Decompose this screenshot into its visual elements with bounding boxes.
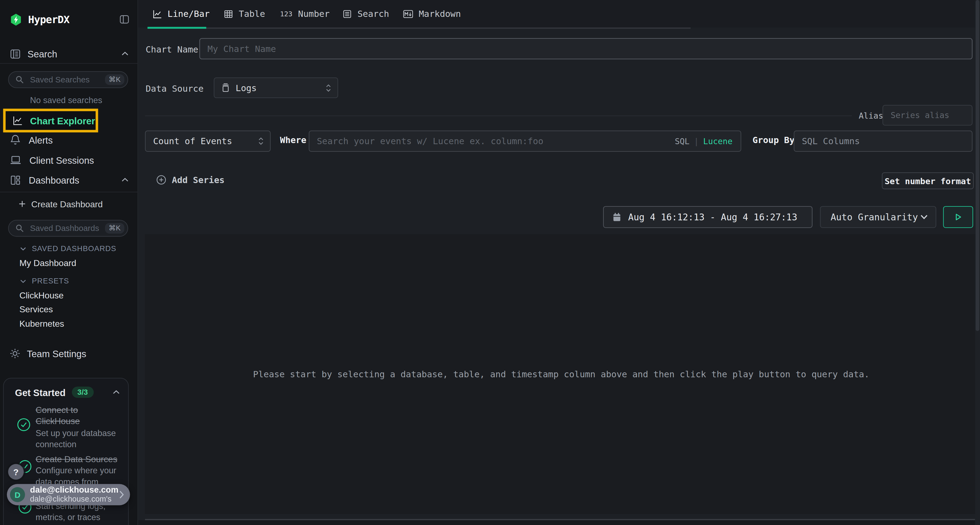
sidebar-collapse-icon[interactable] bbox=[119, 14, 130, 24]
tab-label: Line/Bar bbox=[167, 9, 210, 19]
sidebar-item-label: Chart Explorer bbox=[30, 115, 95, 126]
tab-table[interactable]: Table bbox=[224, 0, 265, 27]
data-source-value: Logs bbox=[236, 83, 257, 93]
hyperdx-logo-icon bbox=[10, 13, 22, 26]
check-circle-icon bbox=[17, 418, 31, 432]
aggregation-select[interactable]: Count of Events bbox=[145, 130, 270, 152]
add-series-label: Add Series bbox=[172, 175, 224, 185]
sidebar-item-kubernetes[interactable]: Kubernetes bbox=[19, 319, 64, 328]
chevron-down-icon bbox=[920, 214, 928, 220]
scrollbar-thumb[interactable] bbox=[976, 0, 980, 331]
group-by-input[interactable] bbox=[794, 136, 972, 146]
get-started-item-title: Create Data Sources bbox=[36, 454, 123, 465]
where-label: Where bbox=[280, 135, 307, 145]
create-dashboard-button[interactable]: Create Dashboard bbox=[19, 198, 103, 209]
data-source-select[interactable]: Logs bbox=[214, 78, 338, 98]
sidebar-item-label: Alerts bbox=[29, 135, 53, 145]
saved-searches-search[interactable]: ⌘K bbox=[8, 71, 128, 88]
chart-panel: Please start by selecting a database, ta… bbox=[145, 234, 978, 514]
saved-dashboards-input[interactable] bbox=[29, 223, 105, 234]
dashboard-layout-icon bbox=[10, 174, 21, 185]
chevron-up-icon[interactable] bbox=[121, 51, 129, 56]
run-query-button[interactable] bbox=[943, 206, 973, 228]
keyboard-shortcut-badge: ⌘K bbox=[105, 223, 124, 234]
app-title: HyperDX bbox=[28, 13, 69, 25]
line-chart-icon bbox=[13, 116, 22, 126]
tab-label: Table bbox=[239, 9, 265, 19]
chevron-down-icon bbox=[20, 279, 26, 283]
chevron-up-icon[interactable] bbox=[113, 390, 120, 395]
get-started-item-desc: Set up your database connection bbox=[36, 428, 127, 450]
user-menu[interactable]: D dale@clickhouse.com dale@clickhouse.co… bbox=[7, 484, 130, 505]
main-content: Line/Bar Table 123 Number S bbox=[137, 0, 980, 525]
sidebar-item-services[interactable]: Services bbox=[19, 304, 53, 314]
tab-label: Search bbox=[358, 9, 389, 19]
section-presets[interactable]: PRESETS bbox=[20, 277, 69, 285]
chart-name-label: Chart Name bbox=[146, 44, 199, 54]
plus-icon bbox=[19, 200, 25, 207]
series-divider bbox=[145, 116, 852, 116]
empty-state-message: Please start by selecting a database, ta… bbox=[253, 369, 869, 379]
no-saved-searches-text: No saved searches bbox=[30, 95, 102, 105]
bottom-strip bbox=[137, 520, 980, 525]
sidebar-item-my-dashboard[interactable]: My Dashboard bbox=[19, 258, 76, 268]
laptop-icon bbox=[10, 155, 21, 165]
sidebar-item-client-sessions[interactable]: Client Sessions bbox=[10, 150, 129, 170]
section-label-text: PRESETS bbox=[32, 277, 69, 285]
sidebar-item-dashboards[interactable]: Dashboards bbox=[10, 170, 129, 190]
group-by-field bbox=[794, 130, 973, 152]
sidebar-item-search[interactable]: Search bbox=[10, 48, 129, 60]
sidebar-item-label: Team Settings bbox=[27, 348, 86, 359]
alias-input[interactable] bbox=[883, 111, 972, 120]
database-icon bbox=[221, 83, 230, 92]
sidebar-item-team-settings[interactable]: Team Settings bbox=[9, 347, 86, 360]
aggregation-value: Count of Events bbox=[153, 136, 232, 146]
sidebar-item-chart-explorer[interactable]: Chart Explorer bbox=[3, 109, 98, 132]
chevron-up-icon[interactable] bbox=[121, 178, 129, 182]
time-range-picker[interactable]: Aug 4 16:12:13 - Aug 4 16:27:13 bbox=[603, 206, 813, 228]
language-sql-button[interactable]: SQL bbox=[675, 136, 690, 146]
tab-line-bar[interactable]: Line/Bar bbox=[153, 0, 210, 27]
scrollbar-track[interactable] bbox=[975, 0, 980, 525]
saved-searches-input[interactable] bbox=[29, 74, 105, 85]
user-texts: dale@clickhouse.com dale@clickhouse.com'… bbox=[30, 486, 118, 503]
set-number-format-button[interactable]: Set number format bbox=[882, 173, 974, 189]
get-started-header[interactable]: Get Started 3/3 bbox=[15, 387, 120, 398]
language-lucene-button[interactable]: Lucene bbox=[703, 136, 733, 146]
where-input[interactable] bbox=[309, 136, 675, 146]
sidebar-item-alerts[interactable]: Alerts bbox=[10, 130, 129, 150]
logo-row: HyperDX bbox=[10, 12, 130, 27]
chevron-down-icon bbox=[20, 246, 26, 251]
sidebar: HyperDX Search bbox=[0, 0, 138, 525]
select-chevrons-icon bbox=[326, 84, 331, 92]
chart-name-input[interactable] bbox=[200, 44, 972, 54]
granularity-value: Auto Granularity bbox=[830, 212, 918, 222]
time-range-value: Aug 4 16:12:13 - Aug 4 16:27:13 bbox=[628, 212, 797, 222]
calendar-icon bbox=[612, 213, 621, 222]
divider bbox=[0, 192, 137, 192]
markdown-icon bbox=[403, 10, 413, 18]
section-saved-dashboards[interactable]: SAVED DASHBOARDS bbox=[20, 244, 116, 253]
query-language-toggle: SQL | Lucene bbox=[675, 136, 741, 146]
tab-markdown[interactable]: Markdown bbox=[403, 0, 461, 27]
chevron-right-icon bbox=[119, 490, 124, 499]
table-grid-icon bbox=[224, 9, 233, 18]
alias-field bbox=[883, 105, 973, 126]
get-started-title: Get Started bbox=[15, 387, 65, 397]
select-chevrons-icon bbox=[258, 137, 264, 146]
granularity-select[interactable]: Auto Granularity bbox=[820, 206, 936, 228]
saved-dashboards-search[interactable]: ⌘K bbox=[8, 220, 128, 237]
alias-label: Alias bbox=[859, 111, 883, 121]
user-subtitle: dale@clickhouse.com's bbox=[30, 495, 118, 503]
keyboard-shortcut-badge: ⌘K bbox=[105, 74, 124, 85]
tab-label: Number bbox=[298, 9, 330, 19]
add-series-button[interactable]: Add Series bbox=[156, 174, 224, 186]
hyperdx-app: HyperDX Search bbox=[0, 0, 980, 525]
search-icon bbox=[16, 76, 24, 84]
tab-search[interactable]: Search bbox=[342, 0, 389, 27]
help-button[interactable]: ? bbox=[8, 464, 24, 480]
tab-number[interactable]: 123 Number bbox=[280, 0, 330, 27]
active-tab-underline bbox=[148, 27, 206, 29]
sidebar-item-clickhouse[interactable]: ClickHouse bbox=[19, 290, 64, 301]
group-by-label: Group By bbox=[752, 135, 795, 145]
